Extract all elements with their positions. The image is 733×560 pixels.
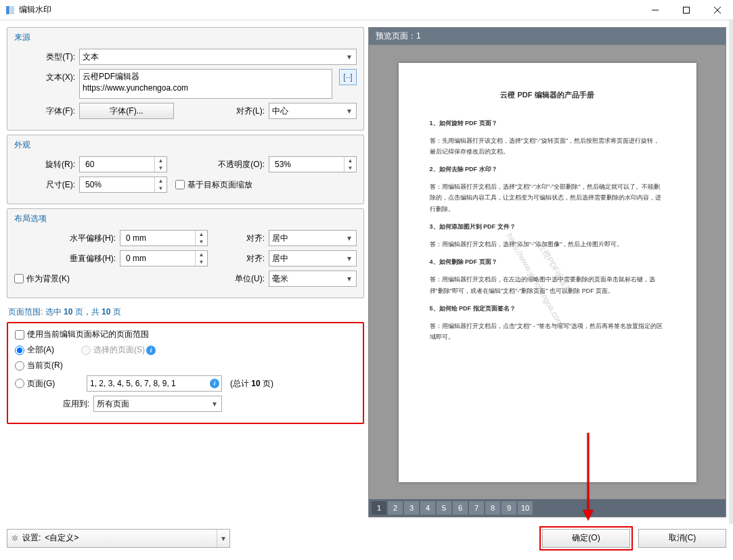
svg-rect-1 xyxy=(10,6,14,14)
type-select[interactable]: 文本▾ xyxy=(79,49,357,65)
appearance-title: 外观 xyxy=(7,135,363,154)
pages-input[interactable] xyxy=(87,375,222,392)
valign-select[interactable]: 居中▾ xyxy=(269,250,357,266)
preview-title: 预览页面：1 xyxy=(368,27,726,45)
titlebar: 编辑水印 xyxy=(0,0,733,20)
page-thumb[interactable]: 4 xyxy=(420,501,435,515)
size-label: 尺寸(E): xyxy=(14,179,75,191)
source-group: 来源 类型(T): 文本▾ 文本(X): [··] 字体(F): 字体(F)..… xyxy=(7,27,364,131)
layout-title: 布局选项 xyxy=(7,209,363,227)
unit-label: 单位(U): xyxy=(235,273,265,285)
preview-page: 云橙 PDF 编辑器的产品手册 1、如何旋转 PDF 页面？答：先用编辑器打开该… xyxy=(399,63,696,482)
maximize-button[interactable] xyxy=(671,0,702,20)
info-icon: i xyxy=(210,379,219,388)
minimize-button[interactable] xyxy=(640,0,671,20)
pagerange-group: 使用当前编辑页面标记的页面范围 全部(A) 选择的页面(S)i 当前页(R) 页… xyxy=(7,322,364,424)
range-pages-radio[interactable]: 页面(G) xyxy=(15,378,83,390)
voffset-spin[interactable]: 0 mm▲▼ xyxy=(120,250,208,266)
applyto-select[interactable]: 所有页面▾ xyxy=(93,396,222,412)
app-icon xyxy=(5,5,15,15)
page-thumb[interactable]: 8 xyxy=(485,501,500,515)
font-button[interactable]: 字体(F)... xyxy=(79,103,174,119)
footer: ✲ 设置: <自定义> ▾ 确定(O) 取消(C) xyxy=(0,524,733,551)
ok-button[interactable]: 确定(O) xyxy=(542,529,630,548)
scrollbar[interactable] xyxy=(729,20,733,524)
page-thumb[interactable]: 3 xyxy=(404,501,419,515)
halign-label: 对齐: xyxy=(246,233,265,244)
source-title: 来源 xyxy=(7,28,363,46)
valign-label: 对齐: xyxy=(246,253,265,264)
page-thumb[interactable]: 9 xyxy=(502,501,516,515)
info-icon: i xyxy=(146,346,156,355)
rotate-spin[interactable]: 60▲▼ xyxy=(79,156,167,172)
align-select[interactable]: 中心▾ xyxy=(269,103,357,119)
type-label: 类型(T): xyxy=(14,51,75,63)
page-thumb[interactable]: 1 xyxy=(372,501,386,515)
relative-checkbox[interactable]: 基于目标页面缩放 xyxy=(175,179,252,191)
page-thumb[interactable]: 6 xyxy=(453,501,468,515)
font-label: 字体(F): xyxy=(14,106,75,117)
close-button[interactable] xyxy=(702,0,733,20)
page-thumb[interactable]: 5 xyxy=(437,501,451,515)
opacity-label: 不透明度(O): xyxy=(218,159,265,170)
hoffset-spin[interactable]: 0 mm▲▼ xyxy=(120,230,208,246)
svg-rect-3 xyxy=(684,7,690,13)
pagerange-title: 页面范围: 选中 10 页，共 10 页 xyxy=(7,302,364,322)
opacity-spin[interactable]: 53%▲▼ xyxy=(269,156,357,172)
size-spin[interactable]: 50%▲▼ xyxy=(79,177,167,193)
svg-rect-0 xyxy=(6,6,9,14)
rotate-label: 旋转(R): xyxy=(14,159,75,170)
range-all-radio[interactable]: 全部(A) xyxy=(15,344,54,356)
text-label: 文本(X): xyxy=(14,69,75,83)
range-current-radio[interactable]: 当前页(R) xyxy=(15,360,63,371)
settings-combo[interactable]: ✲ 设置: <自定义> ▾ xyxy=(7,529,230,548)
cancel-button[interactable]: 取消(C) xyxy=(638,529,726,548)
total-pages-label: (总计 10 页) xyxy=(230,378,273,390)
align-label: 对齐(L): xyxy=(236,106,265,117)
as-background-checkbox[interactable]: 作为背景(K) xyxy=(14,273,70,285)
doc-title: 云橙 PDF 编辑器的产品手册 xyxy=(430,90,665,100)
layout-group: 布局选项 水平偏移(H): 0 mm▲▼ 对齐: 居中▾ 垂直偏移(H): 0 … xyxy=(7,208,364,298)
ok-highlight: 确定(O) xyxy=(539,526,633,551)
chevron-down-icon: ▾ xyxy=(217,530,225,547)
hoffset-label: 水平偏移(H): xyxy=(14,233,116,244)
unit-select[interactable]: 毫米▾ xyxy=(269,271,357,287)
preview-box: 云橙 PDF 编辑器的产品手册 1、如何旋转 PDF 页面？答：先用编辑器打开该… xyxy=(368,45,726,517)
page-thumbs: 12345678910 xyxy=(369,499,726,517)
applyto-label: 应用到: xyxy=(15,398,89,410)
page-thumb[interactable]: 7 xyxy=(469,501,484,515)
voffset-label: 垂直偏移(H): xyxy=(14,253,116,264)
page-thumb[interactable]: 2 xyxy=(388,501,403,515)
range-selected-radio[interactable]: 选择的页面(S)i xyxy=(81,344,156,356)
page-thumb[interactable]: 10 xyxy=(518,501,533,515)
text-more-button[interactable]: [··] xyxy=(339,69,357,85)
appearance-group: 外观 旋转(R): 60▲▼ 不透明度(O): 53%▲▼ 尺寸(E): 50%… xyxy=(7,135,364,204)
text-input[interactable] xyxy=(79,69,332,99)
halign-select[interactable]: 居中▾ xyxy=(269,230,357,246)
gear-icon: ✲ xyxy=(12,534,18,543)
use-current-checkbox[interactable]: 使用当前编辑页面标记的页面范围 xyxy=(15,329,149,340)
window-title: 编辑水印 xyxy=(19,4,640,16)
